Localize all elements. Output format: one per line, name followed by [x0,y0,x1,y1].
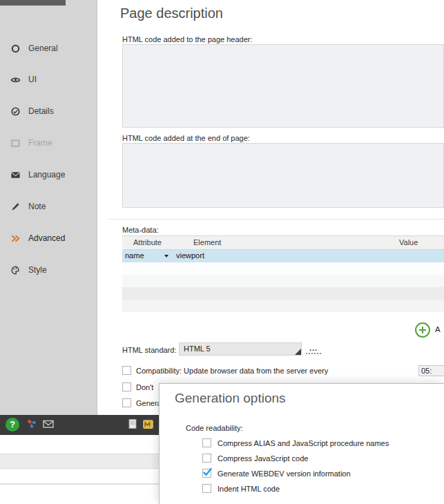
yellow-m-icon[interactable] [142,418,155,431]
table-empty-row[interactable] [122,287,444,300]
compress-alias-checkbox[interactable] [202,438,211,447]
table-row[interactable]: name viewport [122,250,444,262]
compatibility-option[interactable]: Compatibility: Update browser data from … [122,366,328,375]
generate-label: Genera [136,398,162,407]
compatibility-label: Compatibility: Update browser data from … [136,366,328,375]
main-panel: Page description HTML code added to the … [97,0,444,415]
sidebar-item-label: Note [28,202,46,211]
generate-checkbox[interactable] [122,398,131,407]
envelope-toolbar-icon[interactable] [43,418,55,431]
update-interval-value: 05: [421,367,432,375]
sidebar-item-label: Style [28,265,47,275]
popup-title: Generation options [175,391,286,406]
dropdown-corner-icon [295,349,301,355]
end-code-label: HTML code added at the end of page: [122,134,250,142]
version-info-label: Generate WEBDEV version information [218,469,351,478]
page-description-window: General UI Details Frame Language [0,0,444,504]
dont-checkbox[interactable] [122,382,131,391]
sidebar-item-language[interactable]: Language [10,167,94,182]
sidebar-item-ui[interactable]: UI [10,72,94,87]
compress-js-option[interactable]: Compress JavaScript code [202,454,308,465]
sidebar-item-advanced[interactable]: Advanced [10,231,94,246]
compress-alias-option[interactable]: Compress ALIAS and JavaScript procedure … [202,438,389,449]
header-code-textarea[interactable] [122,44,444,128]
eye-icon [10,74,21,85]
html-standard-dropdown[interactable]: HTML 5 [179,342,302,356]
frame-icon [10,137,21,148]
element-cell: viewport [176,251,204,260]
version-info-option[interactable]: Generate WEBDEV version information [202,469,351,480]
code-readability-label: Code readability: [186,424,243,432]
table-empty-row[interactable] [122,262,444,275]
table-empty-row[interactable] [122,300,444,312]
end-code-textarea[interactable] [122,143,444,208]
pen-icon [10,201,21,212]
compress-alias-label: Compress ALIAS and JavaScript procedure … [218,438,389,447]
page-title: Page description [120,6,223,21]
sidebar-item-label: Language [28,170,65,180]
page-toolbar-icon[interactable] [127,418,139,431]
top-dark-strip [0,0,66,6]
sidebar-item-details[interactable]: Details [10,104,94,119]
sidebar-item-label: Advanced [28,233,65,243]
indent-html-option[interactable]: Indent HTML code [202,484,280,495]
compatibility-checkbox[interactable] [122,366,131,375]
attribute-cell: name [125,251,144,260]
more-options-button[interactable]: ... [306,343,321,354]
generate-option[interactable]: Genera [122,398,162,407]
dropdown-arrow-icon[interactable] [164,255,168,258]
dont-option[interactable]: Don't [122,382,153,391]
sidebar-item-style[interactable]: Style [10,262,94,278]
circle-icon [10,43,21,54]
double-chevron-icon [10,233,21,244]
meta-data-table: Attribute Element Value name viewport [122,235,444,312]
generation-options-popup: Generation options Code readability: Com… [159,383,444,504]
column-header-element[interactable]: Element [193,238,221,246]
add-meta-label[interactable]: A [435,325,441,333]
check-circle-icon [10,106,21,117]
sidebar-item-frame: Frame [10,135,94,151]
meta-table-header: Attribute Element Value [122,236,444,250]
version-info-checkbox[interactable] [202,469,211,478]
sidebar-item-label: UI [28,75,37,84]
html-standard-label: HTML standard: [122,346,176,354]
sidebar-item-general[interactable]: General [10,41,94,56]
add-meta-button[interactable] [414,322,431,338]
help-icon[interactable]: ? [6,418,19,432]
update-interval-field[interactable]: 05: [418,365,444,376]
section-divider [108,219,444,220]
indent-html-checkbox[interactable] [202,484,211,493]
column-header-attribute[interactable]: Attribute [133,238,162,246]
envelope-icon [10,169,21,180]
sidebar-item-note[interactable]: Note [10,199,94,214]
indent-html-label: Indent HTML code [218,484,280,493]
column-header-value[interactable]: Value [399,238,418,246]
sidebar: General UI Details Frame Language [0,0,97,415]
compress-js-label: Compress JavaScript code [218,454,308,463]
compress-js-checkbox[interactable] [202,454,211,463]
dont-label: Don't [136,382,153,391]
html-standard-value: HTML 5 [184,345,211,353]
meta-data-label: Meta-data: [122,226,159,234]
sidebar-item-label: General [28,43,58,53]
sidebar-item-label: Details [28,106,54,116]
palette-icon [10,264,21,275]
table-empty-row[interactable] [122,275,444,287]
header-code-label: HTML code added to the page header: [122,35,253,43]
network-nodes-icon[interactable] [26,418,39,431]
sidebar-item-label: Frame [28,138,52,148]
